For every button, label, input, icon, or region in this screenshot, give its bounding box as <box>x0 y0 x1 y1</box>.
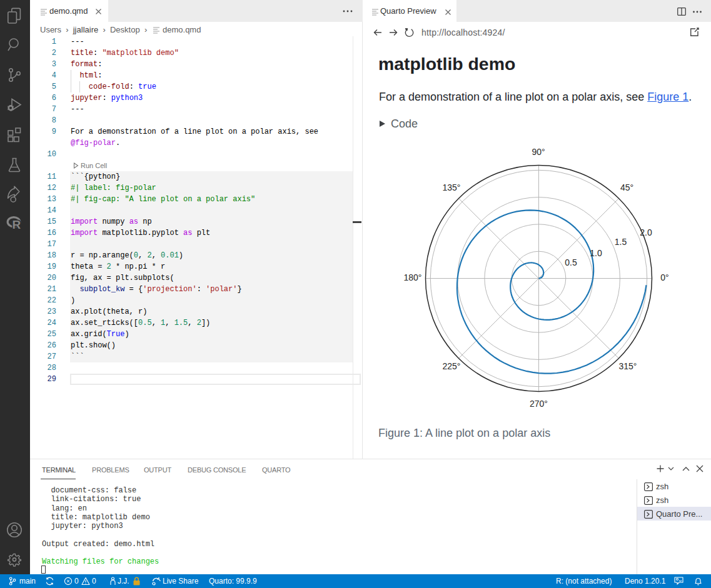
svg-text:2.0: 2.0 <box>640 227 652 237</box>
svg-text:R: R <box>13 218 21 231</box>
svg-text:45°: 45° <box>620 182 633 192</box>
svg-text:270°: 270° <box>530 399 548 409</box>
svg-text:1.0: 1.0 <box>590 248 602 258</box>
svg-text:180°: 180° <box>404 272 422 282</box>
svg-text:135°: 135° <box>443 182 461 192</box>
svg-text:315°: 315° <box>619 361 637 371</box>
svg-text:225°: 225° <box>443 361 461 371</box>
svg-text:90°: 90° <box>532 147 545 157</box>
svg-text:0°: 0° <box>660 272 668 282</box>
svg-text:1.5: 1.5 <box>615 237 627 247</box>
svg-text:0.5: 0.5 <box>565 257 577 267</box>
